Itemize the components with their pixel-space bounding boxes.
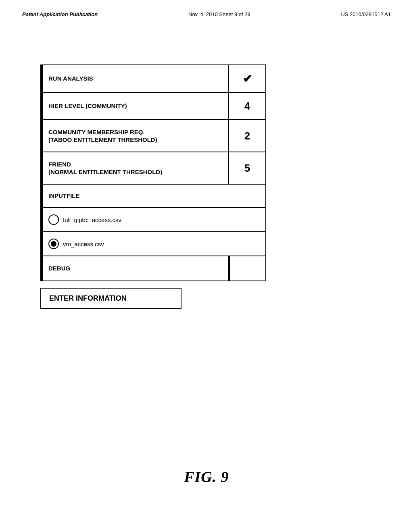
hier-level-row: HIER LEVEL (COMMUNITY) 4	[41, 93, 265, 120]
enter-information-button[interactable]: ENTER INFORMATION	[40, 288, 181, 309]
figure-label: FIG. 9	[184, 468, 229, 486]
radio-gipbc-row[interactable]: full_gipbc_access.csv	[41, 208, 265, 232]
radio-gipbc-label[interactable]: full_gipbc_access.csv	[41, 208, 265, 231]
publication-label: Patent Application Publication	[22, 11, 98, 17]
debug-row: DEBUG	[41, 256, 265, 281]
checkmark-icon: ✔	[243, 72, 252, 85]
radio-vm-container[interactable]: vm_access.csv	[48, 239, 104, 249]
diagram-container: RUN ANALYSIS ✔ HIER LEVEL (COMMUNITY) 4 …	[40, 64, 278, 309]
page-header: Patent Application Publication Nov. 4, 2…	[0, 0, 413, 17]
radio-vm-row[interactable]: vm_access.csv	[41, 232, 265, 256]
form-box: RUN ANALYSIS ✔ HIER LEVEL (COMMUNITY) 4 …	[40, 64, 266, 281]
community-membership-value[interactable]: 2	[229, 120, 265, 152]
run-analysis-label: RUN ANALYSIS	[41, 65, 229, 92]
radio-vm-button[interactable]	[48, 239, 59, 249]
radio-gipbc-button[interactable]	[48, 214, 59, 225]
inputfile-row: INPUTFILE	[41, 185, 265, 208]
run-analysis-value[interactable]: ✔	[229, 65, 265, 92]
inputfile-label: INPUTFILE	[41, 185, 265, 207]
hier-level-value[interactable]: 4	[229, 93, 265, 119]
run-analysis-row: RUN ANALYSIS ✔	[41, 65, 265, 93]
patent-number-label: US 2010/0281512 A1	[341, 11, 391, 17]
debug-value-cell[interactable]	[229, 256, 265, 281]
radio-vm-label[interactable]: vm_access.csv	[41, 232, 265, 256]
radio-gipbc-container[interactable]: full_gipbc_access.csv	[48, 214, 121, 225]
date-sheet-label: Nov. 4, 2010 Sheet 9 of 29	[188, 11, 250, 17]
community-membership-label: COMMUNITY MEMBERSHIP REQ. (TABOO ENTITLE…	[41, 120, 229, 152]
community-membership-row: COMMUNITY MEMBERSHIP REQ. (TABOO ENTITLE…	[41, 120, 265, 152]
radio-vm-text: vm_access.csv	[63, 241, 104, 247]
friend-row: FRIEND (NORMAL ENTITLEMENT THRESHOLD) 5	[41, 152, 265, 185]
debug-label: DEBUG	[41, 256, 229, 281]
friend-value[interactable]: 5	[229, 152, 265, 184]
radio-gipbc-text: full_gipbc_access.csv	[63, 216, 121, 223]
friend-label: FRIEND (NORMAL ENTITLEMENT THRESHOLD)	[41, 152, 229, 184]
hier-level-label: HIER LEVEL (COMMUNITY)	[41, 93, 229, 119]
enter-info-container: ENTER INFORMATION	[40, 288, 181, 309]
